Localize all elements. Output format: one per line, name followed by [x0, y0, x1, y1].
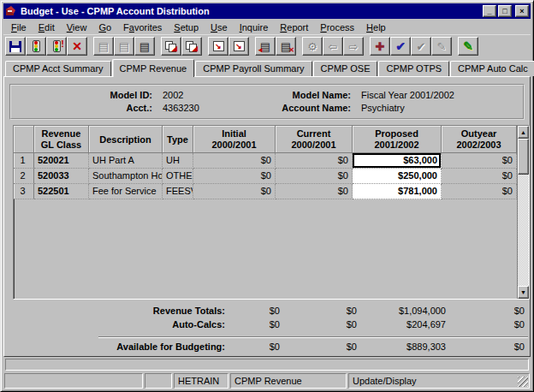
message-bar	[5, 359, 529, 371]
available-initial: $0	[232, 342, 285, 355]
outyear-cell[interactable]: $0	[442, 169, 517, 184]
check-icon: ✔	[417, 41, 426, 52]
col-header-outyear: Outyear 2002/2003	[442, 126, 517, 153]
title-bar: Budget - Use - CPMP Account Distribution…	[3, 3, 531, 19]
box-arrow-icon: ↘	[234, 41, 245, 51]
scrollbar-thumb[interactable]	[518, 139, 529, 175]
row-number: 3	[14, 184, 34, 199]
copy-all-button[interactable]: ◢	[181, 37, 202, 56]
app-window: Budget - Use - CPMP Account Distribution…	[0, 0, 534, 392]
list-icon: ▤	[139, 41, 150, 52]
menu-edit[interactable]: Edit	[33, 21, 61, 34]
gl-class-cell[interactable]: 520033	[34, 169, 89, 184]
col-header-type: Type	[163, 126, 193, 153]
run-button[interactable]	[26, 37, 46, 56]
type-cell[interactable]: FEESV	[163, 184, 193, 199]
tab-cpmp-payroll-summary[interactable]: CPMP Payroll Summary	[195, 61, 312, 76]
tab-cpmp-otps[interactable]: CPMP OTPS	[378, 61, 449, 76]
type-cell[interactable]: OTHE	[163, 169, 193, 184]
menu-report[interactable]: Report	[274, 21, 314, 34]
page-content: Model ID: 2002 Model Name: Fiscal Year 2…	[3, 76, 531, 357]
grid-vertical-scrollbar[interactable]: ▲ ▼	[517, 126, 529, 299]
current-cell[interactable]: $0	[276, 184, 353, 199]
proposed-cell[interactable]: $250,000	[353, 169, 442, 184]
insert-row-button[interactable]: ▤◄	[255, 37, 276, 56]
export-button[interactable]: ↘	[208, 37, 228, 56]
menu-inquire[interactable]: Inquire	[234, 21, 275, 34]
outyear-cell[interactable]: $0	[442, 153, 517, 169]
scrollbar-track[interactable]	[518, 175, 529, 286]
copy-button[interactable]: ◢	[161, 37, 181, 56]
available-row: Available for Budgeting: $0 $0 $889,303 …	[13, 342, 530, 355]
model-id-value: 2002	[152, 90, 272, 100]
left-arrow-icon: ⇦	[329, 41, 338, 52]
box-arrow-icon: ↘	[213, 41, 224, 51]
traffic-light-icon	[53, 40, 61, 52]
scroll-down-icon[interactable]: ▼	[518, 286, 529, 299]
description-cell[interactable]: Fee for Service	[89, 184, 163, 199]
type-cell[interactable]: UH	[163, 153, 193, 169]
tab-cpmp-auto-calc[interactable]: CPMP Auto Calc	[450, 61, 534, 76]
table-row: 3 522501 Fee for Service FEESV $0 $0 $78…	[14, 184, 517, 199]
initial-cell[interactable]: $0	[193, 169, 276, 184]
auto-calcs-initial: $0	[232, 319, 285, 333]
menu-favorites[interactable]: Favorites	[117, 21, 168, 34]
proposed-cell[interactable]: $781,000	[353, 184, 442, 199]
gl-class-cell[interactable]: 520021	[34, 153, 89, 169]
menu-file[interactable]: File	[5, 21, 33, 34]
worklist-button[interactable]: ✎	[458, 37, 478, 56]
menu-setup[interactable]: Setup	[168, 21, 205, 34]
proposed-cell-focused[interactable]: $63,000	[353, 153, 442, 169]
auto-calcs-proposed: $204,697	[362, 319, 451, 333]
auto-calcs-current: $0	[285, 319, 362, 333]
tab-strip: CPMP Acct Summary CPMP Revenue CPMP Payr…	[3, 57, 531, 76]
tab-cpmp-ose[interactable]: CPMP OSE	[313, 61, 378, 76]
col-header-gl-class: Revenue GL Class	[34, 126, 89, 153]
initial-cell[interactable]: $0	[193, 184, 276, 199]
account-name-value: Psychiatry	[351, 103, 523, 113]
resize-grip[interactable]	[518, 377, 528, 387]
table-row: 2 520033 Southampton Hos OTHE $0 $0 $250…	[14, 169, 517, 184]
gl-class-cell[interactable]: 522501	[34, 184, 89, 199]
status-page-name: CPMP Revenue	[230, 373, 347, 389]
process-button: ⚙	[302, 37, 323, 56]
model-id-label: Model ID:	[11, 90, 152, 100]
menu-view[interactable]: View	[61, 21, 93, 34]
add-button[interactable]: ✚	[370, 37, 390, 56]
menu-go[interactable]: Go	[92, 21, 117, 34]
available-proposed: $889,303	[362, 342, 451, 355]
tab-cpmp-acct-summary[interactable]: CPMP Acct Summary	[5, 61, 111, 76]
delete-row-button[interactable]: ▤✕	[276, 37, 296, 56]
check-icon: ✔	[395, 40, 406, 52]
run-alert-button[interactable]: !	[46, 37, 67, 56]
description-cell[interactable]: Southampton Hos	[89, 169, 163, 184]
outyear-cell[interactable]: $0	[442, 184, 517, 199]
delete-button[interactable]: ✕	[67, 37, 87, 56]
gear-icon: ⚙	[307, 41, 317, 52]
revenue-total-outyear: $0	[451, 306, 530, 319]
description-cell[interactable]: UH Part A	[89, 153, 163, 169]
col-header-initial: Initial 2000/2001	[193, 126, 276, 153]
current-cell[interactable]: $0	[276, 169, 353, 184]
window-title: Budget - Use - CPMP Account Distribution	[21, 6, 483, 16]
auto-calcs-row: Auto-Calcs: $0 $0 $204,697 $0	[13, 319, 530, 333]
save-button[interactable]	[5, 37, 26, 56]
copy-docs-icon: ◢	[165, 41, 177, 52]
menu-process[interactable]: Process	[314, 21, 360, 34]
initial-cell[interactable]: $0	[193, 153, 276, 169]
minimize-button[interactable]: _	[483, 5, 496, 17]
close-button[interactable]: ×	[515, 5, 529, 17]
maximize-button[interactable]: □	[498, 5, 512, 17]
tab-cpmp-revenue[interactable]: CPMP Revenue	[112, 59, 195, 77]
menu-use[interactable]: Use	[205, 21, 234, 34]
update-display-button[interactable]: ✔	[390, 37, 411, 56]
export-all-button[interactable]: ↘	[228, 37, 249, 56]
current-cell[interactable]: $0	[276, 153, 353, 169]
back-button: ⇦	[323, 37, 343, 56]
traffic-light-icon	[33, 40, 40, 52]
menu-help[interactable]: Help	[360, 21, 392, 34]
auto-calcs-outyear: $0	[451, 319, 530, 333]
revenue-grid: Revenue GL Class Description Type Initia…	[13, 125, 530, 300]
scroll-up-icon[interactable]: ▲	[518, 126, 529, 139]
list-button[interactable]: ▤	[134, 37, 155, 56]
